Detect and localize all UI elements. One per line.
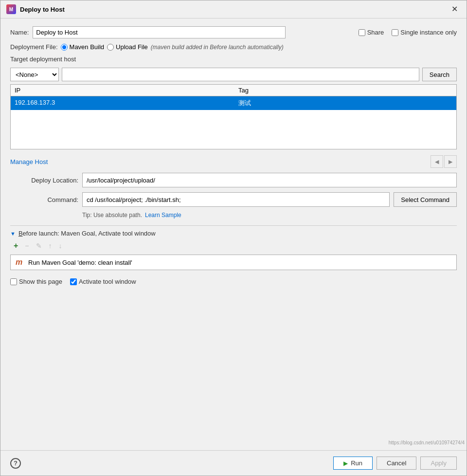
filter-input[interactable] <box>62 68 419 81</box>
before-launch-section: ▼ Before launch: Maven Goal, Activate to… <box>10 225 457 270</box>
deployment-hint: (maven build added in Before launch auto… <box>151 44 284 51</box>
activate-tool-window-checkbox[interactable] <box>70 278 77 285</box>
maven-goal-item[interactable]: m Run Maven Goal 'demo: clean install' <box>10 255 457 270</box>
dialog-title: Deploy to Host <box>20 6 65 13</box>
maven-goal-label: Run Maven Goal 'demo: clean install' <box>28 259 132 266</box>
deploy-location-row: Deploy Location: <box>10 173 457 187</box>
cell-tag: 测试 <box>238 99 452 108</box>
select-command-button[interactable]: Select Command <box>394 192 457 207</box>
remove-button[interactable]: − <box>22 240 31 251</box>
dialog-content: Name: Share Single instance only Deploym… <box>0 18 467 450</box>
watermark: https://blog.csdn.net/u010974274/4 <box>387 439 467 446</box>
share-checkbox[interactable] <box>359 29 365 36</box>
host-table: IP Tag 192.168.137.3 测试 <box>10 84 457 149</box>
triangle-icon[interactable]: ▼ <box>10 231 16 237</box>
app-icon: M <box>6 4 16 14</box>
name-label: Name: <box>10 29 29 36</box>
show-page-checkbox[interactable] <box>10 278 17 285</box>
share-checkbox-label[interactable]: Share <box>359 29 384 36</box>
run-button[interactable]: ▶ Run <box>333 457 373 470</box>
command-row: Command: Select Command <box>10 192 457 207</box>
command-input[interactable] <box>82 192 390 207</box>
before-launch-header: ▼ Before launch: Maven Goal, Activate to… <box>10 230 457 237</box>
tip-row: Tip: Use absolute path. Learn Sample <box>10 212 457 219</box>
deploy-location-label: Deploy Location: <box>10 177 78 184</box>
footer-right: ▶ Run Cancel Apply <box>333 457 457 470</box>
prev-arrow[interactable]: ◀ <box>431 155 443 168</box>
move-down-button[interactable]: ↓ <box>56 240 65 251</box>
search-button[interactable]: Search <box>422 68 457 81</box>
next-arrow[interactable]: ▶ <box>444 155 457 168</box>
move-up-button[interactable]: ↑ <box>46 240 54 251</box>
table-header: IP Tag <box>11 85 456 96</box>
manage-host-row: Manage Host ◀ ▶ <box>10 155 457 168</box>
title-bar-left: M Deploy to Host <box>6 4 65 14</box>
show-page-checkbox-label[interactable]: Show this page <box>10 278 62 285</box>
target-section-title: Target deployment host <box>10 55 457 63</box>
bottom-checkboxes: Show this page Activate tool window <box>10 278 457 285</box>
run-icon: ▶ <box>343 460 348 467</box>
target-section: Target deployment host <None> IP Tag Sea… <box>10 55 457 149</box>
title-bar: M Deploy to Host ✕ <box>0 0 467 18</box>
name-input[interactable] <box>33 26 286 38</box>
activate-tool-window-checkbox-label[interactable]: Activate tool window <box>70 278 136 285</box>
help-button[interactable]: ? <box>10 458 21 469</box>
col-tag-header: Tag <box>238 87 452 94</box>
cancel-button[interactable]: Cancel <box>377 457 416 470</box>
manage-host-link[interactable]: Manage Host <box>10 158 48 165</box>
apply-button[interactable]: Apply <box>420 457 457 470</box>
maven-build-radio[interactable] <box>61 44 68 51</box>
table-row[interactable]: 192.168.137.3 测试 <box>11 96 456 110</box>
command-label: Command: <box>10 196 78 203</box>
cell-ip: 192.168.137.3 <box>15 99 238 108</box>
close-button[interactable]: ✕ <box>449 4 461 14</box>
col-ip-header: IP <box>15 87 238 94</box>
name-row: Name: Share Single instance only <box>10 26 457 38</box>
upload-file-radio[interactable] <box>107 44 114 51</box>
maven-build-radio-label[interactable]: Maven Build <box>61 43 105 51</box>
add-button[interactable]: + <box>11 240 20 252</box>
filter-row: <None> IP Tag Search <box>10 68 457 81</box>
maven-icon: m <box>16 258 24 267</box>
upload-file-radio-label[interactable]: Upload File <box>107 43 148 51</box>
deployment-file-label: Deployment File: <box>10 43 58 51</box>
learn-sample-link[interactable]: Learn Sample <box>145 212 181 219</box>
deploy-to-host-dialog: M Deploy to Host ✕ Name: Share Single in… <box>0 0 467 476</box>
dialog-footer: ? ▶ Run Cancel Apply <box>0 450 467 476</box>
edit-button[interactable]: ✎ <box>34 240 44 251</box>
filter-select[interactable]: <None> IP Tag <box>10 68 59 81</box>
single-instance-checkbox[interactable] <box>392 29 398 36</box>
deployment-file-row: Deployment File: Maven Build Upload File… <box>10 43 457 51</box>
tip-text: Tip: Use absolute path. <box>82 212 142 219</box>
before-launch-label: Before launch: Maven Goal, Activate tool… <box>18 230 156 237</box>
deploy-location-input[interactable] <box>82 173 457 187</box>
footer-left: ? <box>10 458 21 469</box>
table-empty-area <box>11 110 456 149</box>
nav-arrows: ◀ ▶ <box>431 155 457 168</box>
single-instance-checkbox-label[interactable]: Single instance only <box>392 29 457 36</box>
before-launch-toolbar: + − ✎ ↑ ↓ <box>10 240 457 252</box>
